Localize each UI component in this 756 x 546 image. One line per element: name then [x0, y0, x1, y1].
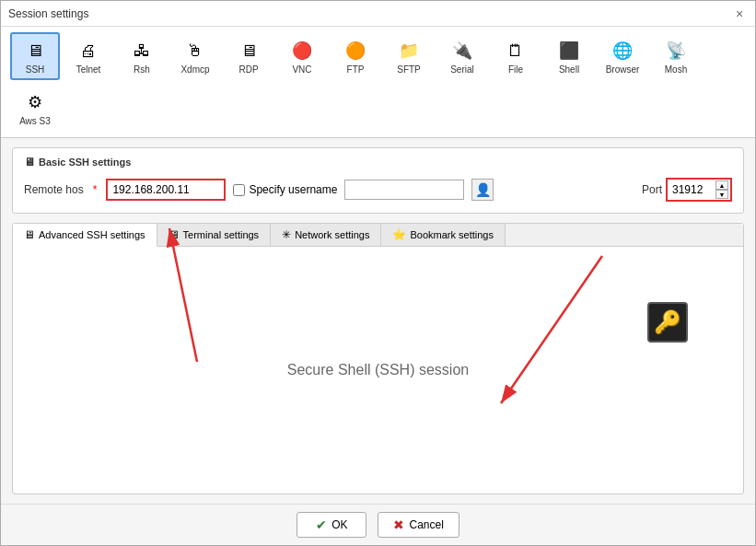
toolbar: 🖥 SSH 🖨 Telnet 🖧 Rsh 🖱 Xdmcp 🖥 RDP 🔴 VNC…	[1, 27, 755, 138]
ok-label: OK	[331, 518, 347, 531]
tool-icon-rdp: 🖥	[236, 38, 262, 64]
tool-icon-shell: ⬛	[556, 38, 582, 64]
required-star: *	[93, 183, 98, 196]
tool-item-browser[interactable]: 🌐 Browser	[598, 32, 647, 80]
tool-icon-ftp: 🟠	[343, 38, 368, 64]
port-wrapper: ▲ ▼	[666, 178, 732, 202]
key-icon-box: 🔑	[647, 302, 688, 343]
tool-label-xdmcp: Xdmcp	[180, 64, 209, 75]
tool-icon-mosh: 📡	[663, 38, 689, 64]
tool-item-awss3[interactable]: ⚙ Aws S3	[10, 84, 60, 132]
tool-item-mosh[interactable]: 📡 Mosh	[651, 32, 701, 80]
tool-item-sftp[interactable]: 📁 SFTP	[384, 32, 434, 80]
footer: ✔ OK ✖ Cancel	[1, 504, 755, 545]
key-icon: 🔑	[654, 309, 681, 335]
port-section: Port ▲ ▼	[642, 178, 732, 202]
tab-content: Secure Shell (SSH) session 🔑	[13, 247, 743, 494]
port-label: Port	[642, 183, 662, 196]
tab-icon-bookmark: ⭐	[392, 228, 406, 241]
port-spinners: ▲ ▼	[715, 180, 728, 199]
ok-icon: ✔	[316, 517, 327, 532]
username-input[interactable]	[344, 180, 464, 200]
specify-username-checkbox[interactable]	[233, 184, 245, 196]
tab-network[interactable]: ✳ Network settings	[271, 224, 381, 246]
tool-icon-browser: 🌐	[610, 38, 635, 64]
tool-label-file: File	[508, 64, 523, 75]
tabs-section: 🖥 Advanced SSH settings 🖥 Terminal setti…	[12, 223, 744, 494]
tab-icon-network: ✳	[282, 228, 291, 241]
tool-icon-file: 🗒	[503, 38, 529, 64]
tool-icon-xdmcp: 🖱	[182, 38, 208, 64]
tool-label-shell: Shell	[559, 64, 579, 75]
tab-icon-advanced: 🖥	[24, 228, 35, 241]
tool-label-mosh: Mosh	[665, 64, 687, 75]
tool-label-vnc: VNC	[292, 64, 311, 75]
tool-icon-sftp: 📁	[396, 38, 422, 64]
remote-host-input[interactable]	[106, 179, 226, 201]
tool-item-vnc[interactable]: 🔴 VNC	[277, 32, 327, 80]
port-increment-button[interactable]: ▲	[715, 180, 728, 190]
section-title-icon: 🖥	[24, 156, 35, 168]
tab-terminal[interactable]: 🖥 Terminal settings	[157, 224, 272, 246]
ok-button[interactable]: ✔ OK	[297, 512, 366, 538]
tool-item-serial[interactable]: 🔌 Serial	[437, 32, 487, 80]
basic-ssh-section: 🖥 Basic SSH settings Remote hos * Specif…	[12, 147, 744, 214]
port-input[interactable]	[669, 181, 715, 198]
tool-icon-serial: 🔌	[449, 38, 475, 64]
tool-item-xdmcp[interactable]: 🖱 Xdmcp	[170, 32, 220, 80]
section-title-text: Basic SSH settings	[39, 157, 131, 168]
tool-item-rsh[interactable]: 🖧 Rsh	[117, 32, 167, 80]
tool-label-sftp: SFTP	[397, 64, 421, 75]
tool-icon-rsh: 🖧	[129, 38, 155, 64]
tool-label-ssh: SSH	[26, 64, 45, 75]
tab-icon-terminal: 🖥	[169, 228, 180, 241]
section-title: 🖥 Basic SSH settings	[24, 156, 732, 168]
specify-username-label: Specify username	[249, 183, 337, 196]
tool-label-telnet: Telnet	[76, 64, 101, 75]
remote-host-label: Remote hos	[24, 183, 84, 196]
tool-label-ftp: FTP	[347, 64, 365, 75]
content-area: 🖥 Basic SSH settings Remote hos * Specif…	[1, 138, 755, 504]
cancel-button[interactable]: ✖ Cancel	[378, 512, 459, 538]
tab-bookmark[interactable]: ⭐ Bookmark settings	[381, 224, 505, 246]
title-bar: Session settings ×	[1, 1, 755, 27]
basic-settings-row: Remote hos * Specify username 👤 Port ▲ ▼	[24, 178, 732, 202]
cancel-icon: ✖	[393, 517, 404, 532]
tool-label-browser: Browser	[606, 64, 640, 75]
port-decrement-button[interactable]: ▼	[715, 190, 728, 199]
tool-item-rdp[interactable]: 🖥 RDP	[224, 32, 273, 80]
tool-icon-telnet: 🖨	[76, 38, 101, 64]
tool-item-file[interactable]: 🗒 File	[491, 32, 541, 80]
tool-label-rdp: RDP	[238, 64, 258, 75]
tool-item-telnet[interactable]: 🖨 Telnet	[64, 32, 113, 80]
tab-advanced[interactable]: 🖥 Advanced SSH settings	[13, 224, 157, 247]
tool-item-shell[interactable]: ⬛ Shell	[544, 32, 594, 80]
tool-label-serial: Serial	[450, 64, 474, 75]
tab-label-network: Network settings	[295, 229, 369, 240]
tabs-header: 🖥 Advanced SSH settings 🖥 Terminal setti…	[13, 224, 743, 247]
session-settings-window: Session settings × 🖥 SSH 🖨 Telnet 🖧 Rsh …	[0, 0, 756, 546]
svg-line-1	[169, 228, 197, 362]
tab-label-terminal: Terminal settings	[183, 229, 260, 240]
tab-label-advanced: Advanced SSH settings	[39, 229, 145, 240]
user-icon-button[interactable]: 👤	[471, 179, 494, 201]
specify-username-checkbox-label[interactable]: Specify username	[233, 183, 337, 196]
cancel-label: Cancel	[409, 518, 443, 531]
window-title: Session settings	[8, 7, 88, 20]
tool-icon-vnc: 🔴	[289, 38, 315, 64]
svg-line-3	[501, 256, 602, 403]
tool-item-ftp[interactable]: 🟠 FTP	[331, 32, 380, 80]
session-label: Secure Shell (SSH) session	[287, 362, 469, 378]
tool-item-ssh[interactable]: 🖥 SSH	[10, 32, 60, 80]
tool-icon-awss3: ⚙	[22, 89, 48, 115]
close-button[interactable]: ×	[731, 6, 748, 22]
tool-label-rsh: Rsh	[134, 64, 150, 75]
tool-label-awss3: Aws S3	[19, 116, 51, 126]
tab-label-bookmark: Bookmark settings	[410, 229, 493, 240]
tool-icon-ssh: 🖥	[22, 38, 48, 64]
